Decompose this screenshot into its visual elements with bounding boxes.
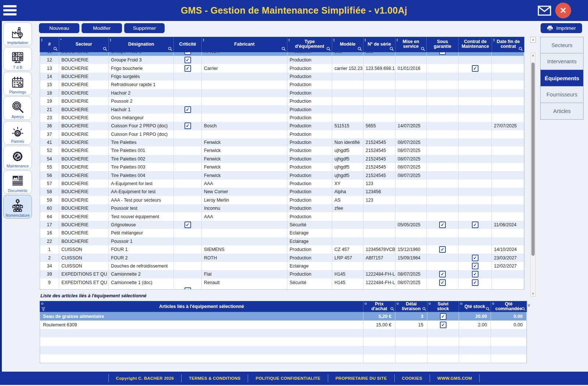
- footer-link[interactable]: COOKIES: [395, 374, 430, 382]
- equipment-row[interactable]: 54BOUCHERIETire Palettes 002FenwickProdu…: [40, 155, 524, 163]
- equipment-row[interactable]: 37BOUCHERIECuisson Four 1 PRPO (doc)Prod…: [40, 130, 524, 138]
- sort-icon[interactable]: ▴▾: [397, 38, 398, 42]
- tab-fournisseurs[interactable]: Fournisseurs: [540, 86, 584, 103]
- tab-equipements[interactable]: Équipements: [540, 70, 584, 86]
- equipment-row[interactable]: 41BOUCHERIETire PalettesFenwickProductio…: [40, 138, 524, 146]
- print-button[interactable]: Imprimer: [541, 23, 582, 33]
- sort-icon[interactable]: ▴▾: [203, 38, 204, 42]
- column-header-delai[interactable]: ⊖Délai livraison: [395, 301, 427, 312]
- equipment-row[interactable]: ✓: [40, 287, 524, 289]
- equipment-row[interactable]: 15BOUCHERIERefroidisseur rapide 1Product…: [40, 81, 524, 89]
- sidebar-item-documents[interactable]: Documents: [3, 170, 32, 194]
- sort-icon[interactable]: ▴▾: [365, 38, 366, 42]
- sidebar-item-nomenclature[interactable]: Nomenclature: [3, 195, 32, 219]
- checkbox-checked-icon[interactable]: ✓: [439, 279, 446, 286]
- search-icon[interactable]: [519, 47, 523, 51]
- modifier-button[interactable]: Modifier: [82, 23, 122, 33]
- column-header-fabricant[interactable]: ▴▾Fabricant: [202, 37, 287, 52]
- equipment-row[interactable]: 36BOUCHERIECuisson Four 2 PRPO (doc)✓Bos…: [40, 122, 524, 130]
- sidebar-item-tdb[interactable]: T d B: [3, 47, 32, 71]
- equipment-row[interactable]: 1CUISSONFOUR 1SIEMENSProductionCZ 457123…: [40, 245, 524, 254]
- column-header-garantie[interactable]: Sous garantie: [427, 37, 459, 52]
- sort-icon[interactable]: ▴▾: [41, 38, 42, 42]
- equipment-row[interactable]: 59BOUCHERIEAAA - Test pour secteursLeroy…: [40, 196, 524, 204]
- search-icon[interactable]: [390, 47, 394, 51]
- article-row[interactable]: Seau de graisse alimentaire5,20 €3✓20.00…: [40, 312, 527, 321]
- checkbox-checked-icon[interactable]: ✓: [439, 222, 446, 228]
- equipment-row[interactable]: 17BOUCHERIEGrignoteuse✓Sécurité05/05/202…: [40, 221, 524, 229]
- mail-icon[interactable]: [538, 6, 551, 16]
- equipment-row[interactable]: 52BOUCHERIETire Palettes 001FenwickProdu…: [40, 146, 524, 155]
- footer-link[interactable]: WWW.GMS.COM: [430, 374, 480, 382]
- column-option-icon[interactable]: ⊖: [364, 301, 367, 306]
- footer-link[interactable]: PROPRIETAIRE DU SITE: [328, 374, 395, 382]
- equipment-row[interactable]: 55BOUCHERIETire Palettes 003FenwickProdu…: [40, 163, 524, 171]
- equipment-row[interactable]: 34CUISSONDouches de refroidissementEclai…: [40, 262, 524, 270]
- column-header-qte_commande[interactable]: ⊖Qté commandée: [491, 301, 527, 312]
- search-icon[interactable]: [326, 47, 331, 51]
- sort-icon[interactable]: ▴▾: [333, 38, 334, 42]
- column-option-icon[interactable]: ⊖: [428, 301, 431, 306]
- filter-icon[interactable]: [42, 307, 45, 311]
- column-header-prix[interactable]: ⊖Prix d'achat: [363, 301, 395, 312]
- search-icon[interactable]: [422, 307, 426, 311]
- tab-articles[interactable]: Articles: [540, 103, 584, 120]
- equipment-row[interactable]: 16BOUCHERIEPetit mélangeurEclairage: [40, 229, 524, 237]
- articles-name-column-header[interactable]: ⊖Articles liés à l'équipement sélectionn…: [40, 301, 363, 312]
- equipment-row[interactable]: 18BOUCHERIEHachoir 2Production: [40, 89, 524, 97]
- equipment-row[interactable]: 13BOUCHERIEFrigo boucherie✓CarrierProduc…: [40, 64, 524, 72]
- equipment-row[interactable]: 11BOUCHERIEGroupe Froid 2✓AFNORProductio…: [40, 52, 524, 56]
- checkbox-checked-icon[interactable]: ✓: [472, 222, 478, 228]
- sidebar-item-maintenance[interactable]: Maintenance: [3, 146, 32, 169]
- column-header-serie[interactable]: ▴▾N° de série: [363, 37, 395, 52]
- column-option-icon[interactable]: ⊖: [396, 301, 399, 306]
- nouveau-button[interactable]: Nouveau: [39, 23, 79, 33]
- search-icon[interactable]: [486, 307, 490, 311]
- sort-icon[interactable]: ▴▾: [288, 38, 290, 42]
- checkbox-checked-icon[interactable]: ✓: [184, 65, 191, 72]
- close-icon[interactable]: ✕: [555, 3, 571, 18]
- search-icon[interactable]: [103, 47, 107, 51]
- sidebar-item-plannings[interactable]: Plannings: [3, 72, 32, 95]
- column-header-designation[interactable]: ▴▾Désignation: [109, 37, 174, 52]
- tab-secteurs[interactable]: Secteurs: [540, 37, 584, 53]
- footer-link[interactable]: TERMES & CONDITIONS: [182, 374, 248, 382]
- column-header-qte_stock[interactable]: ⊖Qté stock: [459, 301, 491, 312]
- sidebar-item-apercu[interactable]: Aperçu: [3, 96, 32, 120]
- column-header-datefin[interactable]: ▴▾Date fin de contrat: [492, 37, 524, 52]
- equipment-row[interactable]: 21BOUCHERIEHachoir 1✓Production: [40, 105, 524, 113]
- search-icon[interactable]: [53, 47, 58, 51]
- checkbox-checked-icon[interactable]: ✓: [439, 271, 446, 277]
- search-icon[interactable]: [282, 47, 286, 51]
- sort-asc-icon[interactable]: ▴: [60, 38, 61, 40]
- equipment-row[interactable]: 14BOUCHERIEFrigo surgelésProduction: [40, 72, 524, 81]
- column-option-icon[interactable]: ⊖: [41, 301, 44, 306]
- checkbox-checked-icon[interactable]: ✓: [440, 313, 447, 320]
- vertical-scrollbar-thumb[interactable]: [531, 63, 535, 256]
- article-row[interactable]: Roulement 630915,00 €15✓2.000.00: [40, 321, 527, 329]
- scroll-down-icon[interactable]: ▼: [530, 292, 536, 295]
- partially-visible-selected-row[interactable]: 11BOUCHERIEGroupe Froid 2✓AFNORProductio…: [40, 52, 524, 56]
- equipment-row[interactable]: 12BOUCHERIEGroupe Froid 3✓Production: [40, 56, 524, 64]
- supprimer-button[interactable]: Supprimer: [124, 23, 165, 33]
- sort-icon[interactable]: ▴▾: [110, 38, 111, 42]
- search-icon[interactable]: [521, 307, 526, 311]
- checkbox-checked-icon[interactable]: ✓: [184, 123, 191, 129]
- column-header-contrat[interactable]: Contrat de Maintenance: [459, 37, 492, 52]
- menu-icon[interactable]: [3, 3, 17, 17]
- equipment-row[interactable]: 60BOUCHERIEPoussoir testInconnuProductio…: [40, 204, 524, 212]
- sort-icon[interactable]: ▴▾: [493, 38, 494, 42]
- search-icon[interactable]: [358, 47, 362, 51]
- column-header-criticite[interactable]: Criticité: [174, 37, 202, 52]
- equipment-row[interactable]: 23BOUCHERIEGros mélangeurProduction: [40, 114, 524, 122]
- column-menu-icon[interactable]: ≡: [530, 37, 536, 43]
- column-header-suivi[interactable]: ⊖Suivi stock: [427, 301, 459, 312]
- checkbox-checked-icon[interactable]: ✓: [472, 255, 478, 261]
- checkbox-checked-icon[interactable]: ✓: [472, 271, 478, 277]
- checkbox-checked-icon[interactable]: ✓: [440, 322, 447, 328]
- checkbox-checked-icon[interactable]: ✓: [184, 222, 191, 228]
- equipment-row[interactable]: 2CUISSONFOUR 2ROTHProductionLRP 457ABf71…: [40, 254, 524, 262]
- sidebar-item-implantation[interactable]: Implantation: [3, 22, 32, 46]
- equipment-row[interactable]: 58BOUCHERIEAA-Equipment for testNew Come…: [40, 188, 524, 196]
- equipment-row[interactable]: 64BOUCHERIETest nouvel équipementAAAProd…: [40, 212, 524, 220]
